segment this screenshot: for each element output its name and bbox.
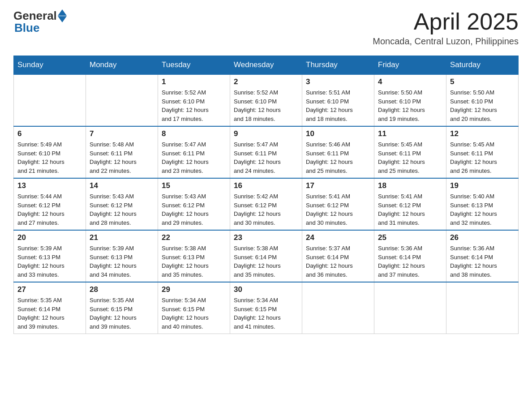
calendar-week-row: 20Sunrise: 5:39 AM Sunset: 6:13 PM Dayli…: [14, 230, 519, 282]
day-info: Sunrise: 5:39 AM Sunset: 6:13 PM Dayligh…: [90, 244, 154, 279]
day-number: 10: [306, 129, 370, 138]
table-row: 16Sunrise: 5:42 AM Sunset: 6:12 PM Dayli…: [230, 178, 302, 230]
calendar-week-row: 1Sunrise: 5:52 AM Sunset: 6:10 PM Daylig…: [14, 74, 519, 126]
logo-blue-text: Blue: [14, 21, 39, 35]
calendar-table: Sunday Monday Tuesday Wednesday Thursday…: [13, 56, 519, 334]
day-number: 1: [162, 77, 226, 86]
day-info: Sunrise: 5:42 AM Sunset: 6:12 PM Dayligh…: [234, 192, 298, 227]
day-number: 20: [17, 233, 82, 242]
table-row: 20Sunrise: 5:39 AM Sunset: 6:13 PM Dayli…: [14, 230, 86, 282]
day-number: 8: [162, 129, 226, 138]
day-info: Sunrise: 5:49 AM Sunset: 6:10 PM Dayligh…: [17, 140, 82, 175]
table-row: 1Sunrise: 5:52 AM Sunset: 6:10 PM Daylig…: [158, 74, 230, 126]
header-saturday: Saturday: [446, 56, 519, 75]
table-row: 5Sunrise: 5:50 AM Sunset: 6:10 PM Daylig…: [446, 74, 519, 126]
table-row: 22Sunrise: 5:38 AM Sunset: 6:13 PM Dayli…: [158, 230, 230, 282]
day-number: 21: [90, 233, 154, 242]
day-number: 3: [306, 77, 370, 86]
table-row: 25Sunrise: 5:36 AM Sunset: 6:14 PM Dayli…: [374, 230, 446, 282]
table-row: [446, 282, 519, 334]
day-info: Sunrise: 5:37 AM Sunset: 6:14 PM Dayligh…: [306, 244, 370, 279]
table-row: [374, 282, 446, 334]
location-subtitle: Moncada, Central Luzon, Philippines: [373, 36, 519, 47]
table-row: [14, 74, 86, 126]
day-number: 15: [162, 181, 226, 190]
day-info: Sunrise: 5:35 AM Sunset: 6:14 PM Dayligh…: [17, 296, 82, 331]
day-info: Sunrise: 5:38 AM Sunset: 6:14 PM Dayligh…: [234, 244, 298, 279]
table-row: 13Sunrise: 5:44 AM Sunset: 6:12 PM Dayli…: [14, 178, 86, 230]
day-number: 14: [90, 181, 154, 190]
day-number: 16: [234, 181, 298, 190]
logo: General Blue: [13, 9, 67, 35]
table-row: 11Sunrise: 5:45 AM Sunset: 6:11 PM Dayli…: [374, 126, 446, 178]
day-info: Sunrise: 5:44 AM Sunset: 6:12 PM Dayligh…: [17, 192, 82, 227]
day-info: Sunrise: 5:36 AM Sunset: 6:14 PM Dayligh…: [450, 244, 515, 279]
day-number: 17: [306, 181, 370, 190]
table-row: 23Sunrise: 5:38 AM Sunset: 6:14 PM Dayli…: [230, 230, 302, 282]
day-number: 27: [17, 285, 82, 294]
table-row: 6Sunrise: 5:49 AM Sunset: 6:10 PM Daylig…: [14, 126, 86, 178]
day-info: Sunrise: 5:51 AM Sunset: 6:10 PM Dayligh…: [306, 88, 370, 123]
table-row: 8Sunrise: 5:47 AM Sunset: 6:11 PM Daylig…: [158, 126, 230, 178]
day-info: Sunrise: 5:50 AM Sunset: 6:10 PM Dayligh…: [378, 88, 442, 123]
calendar-header-row: Sunday Monday Tuesday Wednesday Thursday…: [14, 56, 519, 75]
day-info: Sunrise: 5:48 AM Sunset: 6:11 PM Dayligh…: [90, 140, 154, 175]
day-number: 28: [90, 285, 154, 294]
page-header: General Blue April 2025 Moncada, Central…: [13, 9, 519, 47]
day-number: 5: [450, 77, 515, 86]
header-tuesday: Tuesday: [158, 56, 230, 75]
table-row: 2Sunrise: 5:52 AM Sunset: 6:10 PM Daylig…: [230, 74, 302, 126]
table-row: 24Sunrise: 5:37 AM Sunset: 6:14 PM Dayli…: [302, 230, 374, 282]
table-row: 18Sunrise: 5:41 AM Sunset: 6:12 PM Dayli…: [374, 178, 446, 230]
day-number: 19: [450, 181, 515, 190]
day-info: Sunrise: 5:34 AM Sunset: 6:15 PM Dayligh…: [162, 296, 226, 331]
table-row: 28Sunrise: 5:35 AM Sunset: 6:15 PM Dayli…: [86, 282, 158, 334]
table-row: 12Sunrise: 5:45 AM Sunset: 6:11 PM Dayli…: [446, 126, 519, 178]
day-info: Sunrise: 5:45 AM Sunset: 6:11 PM Dayligh…: [378, 140, 442, 175]
table-row: 21Sunrise: 5:39 AM Sunset: 6:13 PM Dayli…: [86, 230, 158, 282]
day-number: 25: [378, 233, 442, 242]
table-row: [86, 74, 158, 126]
day-info: Sunrise: 5:45 AM Sunset: 6:11 PM Dayligh…: [450, 140, 515, 175]
calendar-week-row: 6Sunrise: 5:49 AM Sunset: 6:10 PM Daylig…: [14, 126, 519, 178]
day-info: Sunrise: 5:36 AM Sunset: 6:14 PM Dayligh…: [378, 244, 442, 279]
day-number: 24: [306, 233, 370, 242]
day-info: Sunrise: 5:43 AM Sunset: 6:12 PM Dayligh…: [162, 192, 226, 227]
day-number: 18: [378, 181, 442, 190]
header-wednesday: Wednesday: [230, 56, 302, 75]
day-number: 29: [162, 285, 226, 294]
table-row: 4Sunrise: 5:50 AM Sunset: 6:10 PM Daylig…: [374, 74, 446, 126]
header-friday: Friday: [374, 56, 446, 75]
day-number: 23: [234, 233, 298, 242]
day-info: Sunrise: 5:39 AM Sunset: 6:13 PM Dayligh…: [17, 244, 82, 279]
day-number: 26: [450, 233, 515, 242]
table-row: 19Sunrise: 5:40 AM Sunset: 6:13 PM Dayli…: [446, 178, 519, 230]
day-number: 13: [17, 181, 82, 190]
day-info: Sunrise: 5:38 AM Sunset: 6:13 PM Dayligh…: [162, 244, 226, 279]
table-row: [302, 282, 374, 334]
day-number: 2: [234, 77, 298, 86]
day-number: 6: [17, 129, 82, 138]
day-number: 4: [378, 77, 442, 86]
day-info: Sunrise: 5:34 AM Sunset: 6:15 PM Dayligh…: [234, 296, 298, 331]
title-block: April 2025 Moncada, Central Luzon, Phili…: [373, 9, 519, 47]
table-row: 30Sunrise: 5:34 AM Sunset: 6:15 PM Dayli…: [230, 282, 302, 334]
day-info: Sunrise: 5:50 AM Sunset: 6:10 PM Dayligh…: [450, 88, 515, 123]
table-row: 7Sunrise: 5:48 AM Sunset: 6:11 PM Daylig…: [86, 126, 158, 178]
day-info: Sunrise: 5:46 AM Sunset: 6:11 PM Dayligh…: [306, 140, 370, 175]
table-row: 15Sunrise: 5:43 AM Sunset: 6:12 PM Dayli…: [158, 178, 230, 230]
day-info: Sunrise: 5:47 AM Sunset: 6:11 PM Dayligh…: [234, 140, 298, 175]
header-monday: Monday: [86, 56, 158, 75]
day-info: Sunrise: 5:40 AM Sunset: 6:13 PM Dayligh…: [450, 192, 515, 227]
calendar-week-row: 13Sunrise: 5:44 AM Sunset: 6:12 PM Dayli…: [14, 178, 519, 230]
month-year-title: April 2025: [373, 9, 519, 34]
day-number: 12: [450, 129, 515, 138]
table-row: 9Sunrise: 5:47 AM Sunset: 6:11 PM Daylig…: [230, 126, 302, 178]
day-number: 22: [162, 233, 226, 242]
day-number: 7: [90, 129, 154, 138]
header-thursday: Thursday: [302, 56, 374, 75]
day-info: Sunrise: 5:47 AM Sunset: 6:11 PM Dayligh…: [162, 140, 226, 175]
day-info: Sunrise: 5:35 AM Sunset: 6:15 PM Dayligh…: [90, 296, 154, 331]
day-number: 30: [234, 285, 298, 294]
day-number: 9: [234, 129, 298, 138]
